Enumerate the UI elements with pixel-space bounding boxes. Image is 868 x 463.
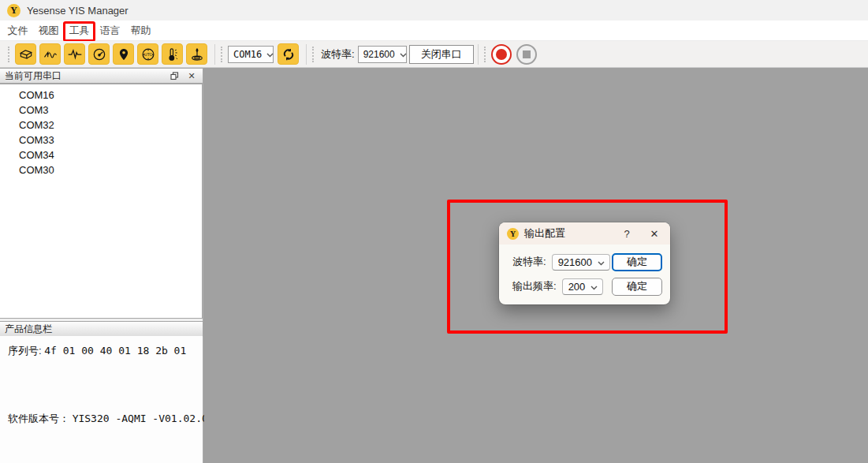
port-list-item[interactable]: COM33 <box>0 133 202 147</box>
output-config-dialog: Y 输出配置 ? ✕ 波特率: 921600 确定 输出频率: 200 确定 <box>499 222 670 304</box>
view-3d-button[interactable] <box>15 43 36 65</box>
close-panel-icon[interactable]: ✕ <box>185 69 198 82</box>
dialog-baud-value: 921600 <box>558 256 592 268</box>
refresh-icon <box>281 47 296 62</box>
dialog-baud-combo[interactable]: 921600 <box>552 254 610 271</box>
utc-time-button[interactable]: UTC <box>137 43 158 65</box>
dialog-output-rate-value: 200 <box>568 281 586 293</box>
port-list-item[interactable]: COM32 <box>0 118 202 133</box>
app-logo-icon: Y <box>7 4 20 17</box>
float-panel-icon[interactable] <box>168 69 181 82</box>
serial-panel-header: 当前可用串口 ✕ <box>0 68 203 84</box>
port-list-item[interactable]: COM30 <box>0 162 202 177</box>
baud-combo-value: 921600 <box>363 49 395 60</box>
dialog-help-button[interactable]: ? <box>620 228 634 240</box>
dialog-output-rate-label: 输出频率: <box>512 279 557 293</box>
product-info-title: 产品信息栏 <box>5 323 52 336</box>
toolbar-grip-icon <box>312 47 315 62</box>
thermometer-icon <box>165 47 181 62</box>
toolbar-separator <box>214 44 215 65</box>
record-button[interactable] <box>491 44 512 65</box>
baud-rate-row: 波特率: 921600 确定 <box>499 253 670 271</box>
serial-panel-title: 当前可用串口 <box>5 69 61 83</box>
firmware-version-label: 软件版本号： <box>8 413 69 424</box>
dialog-title-bar: Y 输出配置 ? ✕ <box>499 222 670 245</box>
menu-file[interactable]: 文件 <box>2 21 33 40</box>
chevron-down-icon <box>590 281 598 293</box>
app-window: Y Yesense YIS Manager 文件 视图 工具 语言 帮助 UTC <box>0 0 868 463</box>
chevron-down-icon <box>400 49 407 60</box>
menu-bar: 文件 视图 工具 语言 帮助 <box>0 21 868 41</box>
port-combo-value: COM16 <box>233 49 262 60</box>
toolbar-separator <box>478 44 479 65</box>
angle-waveform-icon <box>43 47 58 62</box>
joystick-button[interactable] <box>186 43 207 65</box>
dialog-baud-label: 波特率: <box>512 255 546 269</box>
gauge-button[interactable] <box>88 43 110 65</box>
serial-number-row: 序列号: 4f 01 00 40 01 18 2b 01 <box>8 344 186 358</box>
cube-3d-icon <box>18 47 34 62</box>
refresh-ports-button[interactable] <box>278 43 299 65</box>
serial-number-value: 4f 01 00 40 01 18 2b 01 <box>44 345 186 357</box>
svg-text:UTC: UTC <box>144 51 152 56</box>
chevron-down-icon <box>266 49 274 60</box>
app-logo-icon: Y <box>507 228 519 240</box>
firmware-version-row: 软件版本号： YIS320 -AQMI -V01.02.03; <box>8 412 220 426</box>
port-combo[interactable]: COM16 <box>228 46 274 63</box>
menu-view[interactable]: 视图 <box>33 21 64 40</box>
toolbar-separator <box>306 44 307 65</box>
toolbar-grip-icon <box>221 47 223 62</box>
pulse-waveform-icon <box>67 47 83 62</box>
close-serial-port-button[interactable]: 关闭串口 <box>409 45 474 64</box>
attitude-wave-button[interactable] <box>39 43 61 65</box>
joystick-icon <box>189 47 205 62</box>
menu-help[interactable]: 帮助 <box>125 21 156 40</box>
baud-rate-label: 波特率: <box>321 47 355 62</box>
dialog-close-button[interactable]: ✕ <box>646 228 662 240</box>
dialog-title: 输出配置 <box>524 226 620 241</box>
toolbar-grip-icon <box>484 47 486 62</box>
record-icon <box>496 49 507 60</box>
stop-icon <box>523 50 531 58</box>
baud-combo[interactable]: 921600 <box>358 46 407 63</box>
utc-clock-icon: UTC <box>140 47 156 62</box>
toolbar-grip-icon <box>8 47 10 62</box>
stop-button[interactable] <box>516 44 537 65</box>
window-title: Yesense YIS Manager <box>27 5 129 17</box>
port-list-item[interactable]: COM3 <box>0 103 202 118</box>
firmware-version-value: YIS320 -AQMI -V01.02.03; <box>73 413 221 424</box>
serial-port-panel: 当前可用串口 ✕ COM16 COM3 COM32 COM33 COM34 CO… <box>0 68 203 463</box>
product-info-body: 序列号: 4f 01 00 40 01 18 2b 01 软件版本号： YIS3… <box>0 336 203 463</box>
serial-number-label: 序列号: <box>8 345 42 357</box>
location-pin-icon <box>116 47 132 62</box>
title-bar: Y Yesense YIS Manager <box>0 0 868 21</box>
output-rate-ok-button[interactable]: 确定 <box>612 278 662 296</box>
location-button[interactable] <box>113 43 134 65</box>
temperature-button[interactable] <box>162 43 183 65</box>
pulse-wave-button[interactable] <box>64 43 85 65</box>
dialog-output-rate-combo[interactable]: 200 <box>562 278 604 295</box>
gauge-icon <box>91 47 107 62</box>
toolbar: UTC COM16 波特率: 921600 关闭串口 <box>0 41 868 68</box>
baud-ok-button[interactable]: 确定 <box>612 253 662 271</box>
port-list-item[interactable]: COM34 <box>0 147 202 162</box>
port-list-item[interactable]: COM16 <box>0 88 202 103</box>
menu-language[interactable]: 语言 <box>95 21 125 40</box>
menu-tools[interactable]: 工具 <box>64 21 95 40</box>
chevron-down-icon <box>598 256 605 268</box>
port-list: COM16 COM3 COM32 COM33 COM34 COM30 <box>0 84 203 319</box>
product-info-header: 产品信息栏 <box>0 321 203 337</box>
output-rate-row: 输出频率: 200 确定 <box>499 278 670 295</box>
